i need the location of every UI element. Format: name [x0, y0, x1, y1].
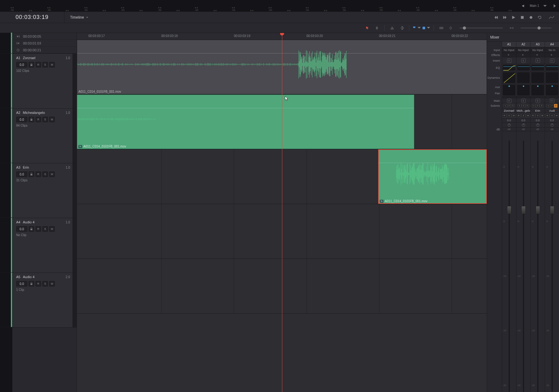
strip-add-effect[interactable]: + — [502, 53, 516, 57]
submix-chip[interactable]: 3 — [511, 104, 514, 108]
strip-eq[interactable] — [502, 64, 516, 72]
lock-button[interactable] — [29, 117, 34, 122]
strip-pan-knob[interactable] — [531, 123, 545, 128]
fader-handle[interactable] — [521, 206, 526, 214]
strip-pan[interactable] — [545, 84, 559, 96]
arm-record-button[interactable]: R — [35, 62, 41, 68]
timeline-area[interactable]: 00:03:03:1700:03:03:1800:03:03:1900:03:0… — [77, 33, 487, 392]
strip-dynamics[interactable] — [545, 72, 559, 84]
fader-handle[interactable] — [507, 206, 511, 214]
lock-button[interactable] — [29, 226, 34, 232]
s-button[interactable]: S — [507, 114, 511, 118]
range-tool[interactable] — [373, 24, 381, 32]
main-timecode[interactable]: 00:03:03:19 — [0, 12, 64, 23]
chevron-down-icon[interactable] — [543, 4, 547, 8]
pan-dot-icon[interactable] — [523, 86, 524, 87]
strip-input[interactable]: No Input — [502, 47, 516, 53]
strip-volume-value[interactable]: 0.0 — [531, 118, 545, 123]
solo-button[interactable]: S — [42, 226, 48, 232]
strip-eq[interactable] — [516, 64, 530, 72]
submix-chip[interactable]: 3 — [554, 104, 557, 108]
r-button[interactable]: R — [531, 114, 535, 118]
strip-insert[interactable]: 1 — [502, 57, 516, 64]
track-header[interactable]: A2 Michealangelo 1.0 0.0 R S M 84 Clips — [12, 109, 77, 163]
submix-chip[interactable]: 1 — [504, 104, 507, 108]
track-header[interactable]: A1 Zorzrael 1.0 0.0 R S M 102 Clips — [12, 54, 77, 109]
link-tool[interactable] — [397, 24, 406, 32]
r-button[interactable]: R — [545, 114, 549, 118]
m-button[interactable]: M — [540, 114, 544, 118]
fader-handle[interactable] — [550, 206, 554, 214]
submix-chip[interactable]: 2 — [536, 104, 539, 108]
next-icon[interactable] — [553, 4, 557, 8]
loop-button[interactable] — [536, 14, 543, 21]
marker-row[interactable]: 00:03:00:05 — [12, 33, 77, 40]
output-selector[interactable]: Main 1 — [530, 4, 539, 7]
pan-dot-icon[interactable] — [509, 86, 510, 87]
timeline-selector[interactable]: Timeline — [64, 12, 94, 23]
strip-main-bus[interactable]: 1 — [545, 98, 559, 103]
strip-pan[interactable] — [502, 84, 516, 96]
strip-pan[interactable] — [531, 84, 545, 96]
lock-button[interactable] — [29, 171, 34, 177]
strip-input[interactable]: No Input — [531, 47, 545, 53]
strip-header[interactable]: A1 — [502, 42, 516, 47]
strip-pan[interactable] — [516, 84, 530, 96]
track-name[interactable]: Erin — [23, 166, 63, 169]
strip-eq[interactable] — [531, 64, 545, 72]
mute-button[interactable]: M — [49, 62, 55, 68]
arm-record-button[interactable]: R — [35, 117, 41, 122]
strip-fader[interactable]: -5-5-10-15-20 — [545, 131, 559, 392]
mute-button[interactable]: M — [49, 117, 55, 122]
track-volume[interactable]: 0.0 — [16, 117, 27, 122]
strip-header[interactable]: A2 — [516, 42, 530, 47]
submix-chip[interactable]: 1 — [518, 104, 521, 108]
strip-dynamics[interactable] — [502, 72, 516, 84]
arm-record-button[interactable]: R — [35, 281, 41, 287]
strip-add-effect[interactable]: + — [545, 53, 559, 57]
vertical-zoom-thumb[interactable] — [538, 26, 541, 30]
fast-forward-button[interactable] — [501, 14, 509, 21]
strip-pan-knob[interactable] — [545, 123, 559, 128]
strip-submix-bus[interactable]: 123 — [545, 103, 559, 108]
m-button[interactable]: M — [555, 114, 559, 118]
mute-button[interactable]: M — [49, 171, 55, 177]
strip-pan-knob[interactable] — [502, 123, 516, 128]
solo-button[interactable]: S — [42, 117, 48, 122]
strip-submix-bus[interactable]: 123 — [516, 103, 530, 108]
speaker-icon[interactable] — [522, 4, 526, 8]
mute-button[interactable]: M — [49, 281, 55, 287]
pointer-tool[interactable] — [363, 24, 372, 32]
playhead[interactable] — [282, 33, 282, 392]
strip-submix-bus[interactable]: 123 — [502, 103, 516, 108]
lock-button[interactable] — [29, 62, 34, 68]
pan-dot-icon[interactable] — [537, 86, 538, 87]
lock-button[interactable] — [29, 281, 34, 287]
submix-chip[interactable]: 2 — [522, 104, 525, 108]
main-chip[interactable]: 1 — [507, 99, 511, 103]
strip-input[interactable]: No In — [545, 47, 559, 53]
track-header[interactable]: A3 Erin 1.0 0.0 R S M 31 Clips — [12, 163, 77, 218]
strip-main-bus[interactable]: 1 — [502, 98, 516, 103]
strip-fader[interactable]: -5-5-10-15-20 — [516, 131, 530, 392]
marker-tool[interactable] — [446, 24, 455, 32]
track-name[interactable]: Zorzrael — [23, 56, 63, 60]
submix-chip[interactable]: 2 — [550, 104, 554, 108]
submix-chip[interactable]: 1 — [532, 104, 536, 108]
submix-chip[interactable]: 1 — [547, 104, 550, 108]
solo-button[interactable]: S — [42, 171, 48, 177]
strip-submix-bus[interactable]: 123 — [531, 103, 545, 108]
razor-tool[interactable] — [388, 24, 397, 32]
strip-main-bus[interactable]: 1 — [531, 98, 545, 103]
strip-pan-knob[interactable] — [516, 123, 530, 128]
submix-chip[interactable]: 3 — [525, 104, 529, 108]
strip-fader[interactable]: -5-5-10-15-20 — [502, 131, 516, 392]
r-button[interactable]: R — [502, 114, 506, 118]
marker-row[interactable]: 00:03:01:03 — [12, 40, 77, 47]
arm-record-button[interactable]: R — [35, 226, 41, 232]
strip-header[interactable]: A3 — [531, 42, 545, 47]
track-name[interactable]: Audio 4 — [23, 220, 63, 224]
strip-header[interactable]: A4 — [545, 42, 559, 47]
track-volume[interactable]: 0.0 — [16, 171, 27, 177]
audio-clip[interactable]: fxA011_C014_0101FB_001.mov — [77, 95, 414, 149]
